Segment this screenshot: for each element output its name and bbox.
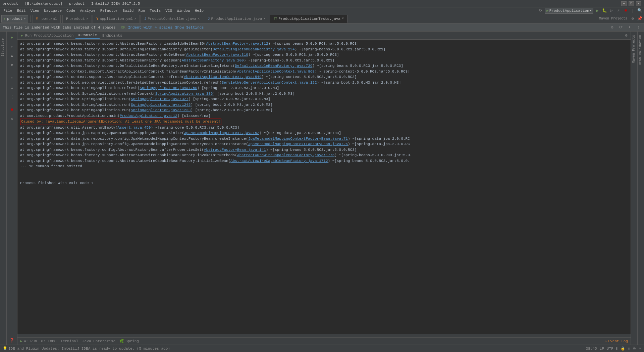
link-abstractbeanfactory[interactable]: AbstractBeanFactory.java:312	[206, 42, 268, 46]
link-abstractapp-finish[interactable]: AbstractApplicationContext.java:868	[237, 70, 315, 74]
menu-help[interactable]: Help	[193, 8, 206, 13]
menu-analyze[interactable]: Analyze	[78, 8, 97, 13]
tab-tests-close[interactable]: ×	[342, 17, 344, 20]
tab-endpoints[interactable]: Endpoints	[100, 33, 125, 38]
link-productapp-main[interactable]: ProductApplication.java:12	[120, 114, 177, 118]
link-abstractbeanfactory-getbean[interactable]: AbstractBeanFactory.java:200	[182, 58, 244, 62]
maximize-button[interactable]: □	[629, 1, 634, 6]
sidebar-run-icon[interactable]: ▶	[8, 33, 16, 42]
link-abstractautowire-init[interactable]: AbstractAutowireCapableBeanFactory.java:…	[230, 159, 328, 163]
link-abstractbeanfactory-doget[interactable]: AbstractBeanFactory.java:310	[186, 53, 248, 57]
bean-validation-label[interactable]: Bean Validation	[639, 35, 642, 65]
console-output[interactable]: at org.springframework.beans.factory.sup…	[17, 40, 631, 334]
link-servlet[interactable]: ServletWebServerApplicationContext.java:…	[222, 81, 317, 85]
notification-ok-link[interactable]: OK	[121, 26, 125, 30]
window-controls[interactable]: ─ □ ✕	[621, 1, 641, 6]
spring-tab-button[interactable]: 🌿 Spring	[119, 339, 139, 343]
tab-product-application-tests[interactable]: JT ProductApplicationTests.java ×	[270, 15, 347, 23]
menu-navigate[interactable]: Navigate	[42, 8, 64, 13]
tab-yml-close[interactable]: ×	[134, 17, 136, 21]
coverage-button[interactable]: ▷	[608, 8, 614, 14]
sidebar-rerun-icon[interactable]: ↩	[8, 42, 16, 51]
link-abstractfactory[interactable]: AbstractFactoryBean.java:141	[204, 148, 266, 152]
run-tab-button[interactable]: ▶ 4: Run	[20, 339, 37, 343]
file-encoding[interactable]: UTF-8	[607, 347, 618, 351]
tab-console[interactable]: ■ Console	[75, 33, 100, 39]
sidebar-up-icon[interactable]: ▲	[8, 52, 16, 60]
menu-run[interactable]: Run	[136, 8, 147, 13]
tab-product-application[interactable]: J ProductApplication.java ×	[204, 15, 269, 23]
link-springapp-run1233[interactable]: SpringApplication.java:1233	[131, 108, 191, 112]
bean-validation-panel[interactable]: Bean Validation	[637, 32, 644, 345]
sidebar-down-icon[interactable]: ▼	[8, 61, 16, 70]
tab-product-close[interactable]: ×	[86, 17, 88, 21]
link-springapp-refresh[interactable]: SpringApplication.java:750	[140, 86, 197, 90]
project-dropdown[interactable]: ▶ product ▼	[1, 15, 28, 23]
sidebar-stop-icon[interactable]: ■	[8, 105, 16, 114]
link-springapp-run327[interactable]: SpringApplication.java:327	[131, 97, 189, 101]
menu-view[interactable]: View	[29, 8, 41, 13]
link-abstractapp-refresh[interactable]: AbstractApplicationContext.java:549	[184, 75, 261, 79]
stop-button[interactable]: ■	[623, 8, 629, 14]
run-config-dropdown[interactable]: ▶ ProductApplication ▼	[545, 8, 593, 14]
link-jpafactory26[interactable]: JpaMetamodelMappingContextFactoryBean.ja…	[248, 142, 348, 146]
maven-projects-panel[interactable]: Maven Projects	[631, 32, 637, 345]
menu-build[interactable]: Build	[120, 8, 136, 13]
line-separator[interactable]: LF	[600, 347, 604, 351]
indent-with-spaces-link[interactable]: Indent with 4 spaces	[128, 26, 172, 30]
kbd-icon[interactable]: ⌨	[639, 346, 641, 351]
profile-button[interactable]: ⚡	[615, 8, 622, 14]
menu-file[interactable]: File	[1, 8, 14, 13]
show-settings-link[interactable]: Show Settings	[175, 26, 204, 30]
tab-product[interactable]: P product ×	[62, 15, 92, 23]
notification-sync-icon[interactable]: ⟳	[618, 25, 624, 31]
menu-tools[interactable]: Tools	[148, 8, 163, 13]
link-assert[interactable]: Assert.java:450	[117, 126, 151, 130]
editor-pin-icon[interactable]: 📌	[637, 16, 643, 22]
debug-button[interactable]: 🐛	[601, 8, 607, 14]
tab-product-controller[interactable]: J ProductController.java ×	[141, 15, 203, 23]
java-enterprise-tab-button[interactable]: Java Enterprise	[82, 339, 115, 343]
tab-controller-close[interactable]: ×	[198, 17, 200, 21]
readonly-icon[interactable]: 🔒	[621, 346, 625, 351]
sidebar-more-icon[interactable]: ⋮	[8, 93, 16, 101]
link-defaultlistable[interactable]: DefaultListableBeanFactory.java:739	[235, 64, 312, 68]
notification-expand-icon[interactable]: ↕	[635, 25, 641, 31]
tab-application-yml[interactable]: Y application.yml ×	[93, 15, 140, 23]
settings-gear-status[interactable]: ⚙	[628, 346, 630, 351]
todo-tab-button[interactable]: 6: TODO	[41, 339, 56, 343]
lang-icon[interactable]: 英	[633, 346, 636, 351]
link-defaultsingleton[interactable]: DefaultSingletonBeanRegistry.java:234	[213, 47, 294, 51]
maven-projects-label[interactable]: Maven Projects	[632, 35, 636, 63]
menu-edit[interactable]: Edit	[15, 8, 28, 13]
sync-icon[interactable]: ⟳	[538, 8, 544, 14]
search-everywhere-icon[interactable]: 🔍	[637, 8, 643, 14]
link-jpameta[interactable]: JpaMetamodelMappingContext.java:52	[184, 131, 259, 135]
link-abstractautowire-invoke[interactable]: AbstractAutowireCapableBeanFactory.java:…	[237, 153, 334, 157]
run-button[interactable]: ▶	[594, 8, 600, 14]
maven-projects-icon[interactable]: Maven Projects	[598, 16, 629, 22]
sidebar-filter-icon[interactable]: ⊞	[8, 83, 16, 92]
link-springapp-refreshctx[interactable]: SpringApplication.java:386	[155, 92, 213, 96]
notification-download-icon[interactable]: ⬇	[627, 25, 633, 31]
tab-pom[interactable]: m pom.xml	[33, 15, 61, 23]
notification-settings-gear[interactable]: ⚙	[609, 25, 615, 31]
sidebar-close-icon[interactable]: ×	[8, 115, 16, 124]
cursor-position[interactable]: 38:45	[586, 347, 597, 351]
menu-refactor[interactable]: Refactor	[98, 8, 120, 13]
menu-code[interactable]: Code	[64, 8, 77, 13]
structure-label[interactable]: Structure	[1, 38, 5, 56]
menu-vcs[interactable]: VCS	[163, 8, 174, 13]
link-springapp-run1245[interactable]: SpringApplication.java:1245	[131, 103, 191, 107]
run-header-gear[interactable]: ⚙	[623, 33, 629, 39]
event-log-status[interactable]: ⚠ Event Log	[605, 339, 628, 343]
horizontal-scrollbar[interactable]	[17, 334, 631, 337]
link-jpafactory71[interactable]: JpaMetamodelMappingContextFactoryBean.ja…	[248, 137, 348, 141]
sidebar-scroll-icon[interactable]: ↕	[8, 74, 16, 83]
close-button[interactable]: ✕	[636, 1, 641, 6]
menu-window[interactable]: Window	[175, 8, 192, 13]
editor-settings-gear[interactable]: ⚙	[630, 16, 636, 22]
terminal-tab-button[interactable]: Terminal	[60, 339, 78, 343]
tab-app-close[interactable]: ×	[263, 17, 265, 21]
minimize-button[interactable]: ─	[621, 1, 627, 6]
